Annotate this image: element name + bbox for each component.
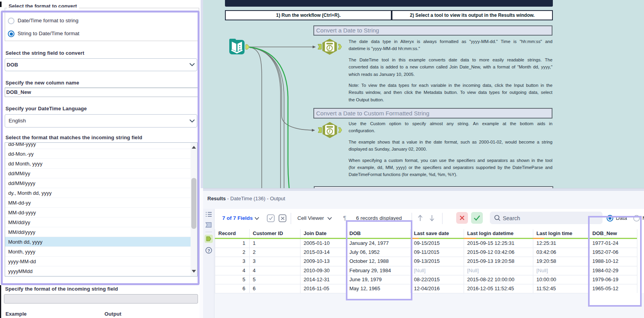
- svg-text:?: ?: [207, 248, 210, 253]
